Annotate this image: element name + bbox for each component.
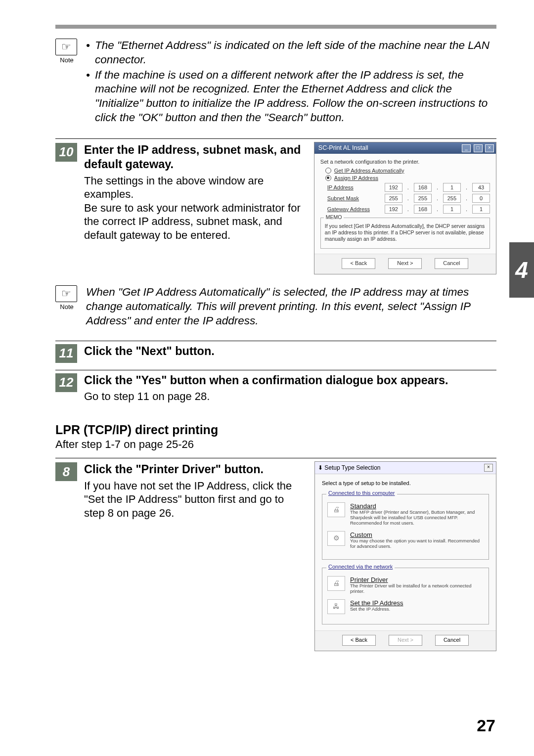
- step-text: The settings in the above window are exa…: [84, 174, 302, 201]
- step-text: Be sure to ask your network administrato…: [84, 201, 302, 242]
- ip-octet[interactable]: 1: [472, 205, 490, 214]
- maximize-icon[interactable]: □: [474, 144, 483, 152]
- dialog-title: ⬇ Setup Type Selection: [318, 464, 381, 471]
- group-connected-computer: Connected to this computer 🖨 StandardThe…: [322, 494, 489, 560]
- ip-config-dialog: SC-Print AL Install _ □ × Set a network …: [314, 142, 496, 274]
- step-title: Click the "Yes" button when a confirmati…: [84, 373, 496, 388]
- section-sub: After step 1-7 on page 25-26: [55, 438, 496, 451]
- ip-address-row: IP Address 192. 168. 1. 43: [327, 183, 490, 192]
- gear-icon: ⚙: [327, 531, 345, 546]
- minimize-icon[interactable]: _: [462, 144, 471, 152]
- ip-octet[interactable]: 43: [472, 183, 490, 192]
- subnet-mask-row: Subnet Mask 255. 255. 255. 0: [327, 194, 490, 203]
- note-icon: ☞ Note: [55, 39, 78, 64]
- option-custom[interactable]: ⚙ CustomYou may choose the option you wa…: [327, 531, 484, 549]
- cancel-button[interactable]: Cancel: [435, 635, 469, 646]
- step-title: Click the "Next" button.: [84, 344, 496, 358]
- group-connected-network: Connected via the network 🖨 Printer Driv…: [322, 568, 489, 624]
- close-icon[interactable]: ×: [485, 144, 494, 152]
- note-label: Note: [55, 56, 78, 64]
- note-block-mid: ☞ Note When "Get IP Address Automaticall…: [55, 285, 496, 328]
- ip-octet[interactable]: 168: [414, 205, 432, 214]
- step-8: 8 Click the "Printer Driver" button. If …: [55, 462, 303, 520]
- back-button[interactable]: < Back: [342, 258, 375, 269]
- ip-octet[interactable]: 1: [443, 183, 461, 192]
- printer-icon: 🖨: [327, 576, 345, 591]
- memo-box: MEMO If you select [Get IP Address Autom…: [320, 218, 490, 249]
- divider: [55, 370, 496, 370]
- step-number: 12: [55, 373, 77, 392]
- note-text: When "Get IP Address Automatically" is s…: [86, 286, 470, 327]
- gateway-row: Gateway Address 192. 168. 1. 1: [327, 205, 490, 214]
- step-10: 10 Enter the IP address, subnet mask, an…: [55, 143, 302, 242]
- close-icon[interactable]: ×: [484, 464, 493, 472]
- step-text: Go to step 11 on page 28.: [84, 390, 496, 403]
- note-icon: ☞ Note: [55, 285, 78, 311]
- ip-octet[interactable]: 255: [385, 194, 402, 203]
- back-button[interactable]: < Back: [342, 635, 376, 646]
- page-number: 27: [477, 716, 495, 735]
- step-text: If you have not set the IP Address, clic…: [84, 479, 303, 520]
- ip-octet[interactable]: 1: [443, 205, 461, 214]
- radio-get-auto[interactable]: Get IP Address Automatically: [325, 168, 490, 174]
- dialog-instruction: Select a type of setup to be installed.: [322, 480, 489, 486]
- option-printer-driver[interactable]: 🖨 Printer DriverThe Printer Driver will …: [327, 576, 484, 594]
- next-button: Next >: [389, 635, 422, 646]
- divider: [55, 138, 496, 139]
- header-rule: [55, 25, 496, 29]
- ip-octet[interactable]: 192: [385, 183, 402, 192]
- printer-icon: 🖨: [327, 502, 345, 517]
- radio-assign-ip[interactable]: Assign IP Address: [325, 175, 490, 181]
- note-bullet: The "Ethernet Address" is indicated on t…: [95, 39, 496, 67]
- step-12: 12 Click the "Yes" button when a confirm…: [55, 373, 496, 403]
- ip-octet[interactable]: 255: [414, 194, 432, 203]
- step-number: 11: [55, 344, 77, 363]
- step-11: 11 Click the "Next" button.: [55, 344, 496, 363]
- hand-point-icon: ☞: [61, 287, 71, 300]
- option-set-ip[interactable]: 🖧 Set the IP AddressSet the IP Address.: [327, 599, 484, 614]
- hand-point-icon: ☞: [61, 41, 71, 53]
- setup-type-dialog: ⬇ Setup Type Selection × Select a type o…: [314, 461, 496, 651]
- ip-octet[interactable]: 192: [385, 205, 402, 214]
- chapter-thumb-tab: 4: [509, 242, 534, 298]
- dialog-title: SC-Print AL Install: [318, 144, 368, 151]
- option-standard[interactable]: 🖨 StandardThe MFP driver (Printer and Sc…: [327, 502, 484, 526]
- ip-octet[interactable]: 168: [414, 183, 432, 192]
- cancel-button[interactable]: Cancel: [435, 258, 468, 269]
- section-heading: LPR (TCP/IP) direct printing: [55, 423, 496, 437]
- step-number: 8: [55, 462, 77, 481]
- divider: [55, 458, 496, 458]
- step-title: Click the "Printer Driver" button.: [84, 462, 303, 477]
- note-bullet: If the machine is used on a different ne…: [95, 68, 496, 125]
- divider: [55, 341, 496, 341]
- next-button[interactable]: Next >: [388, 258, 422, 269]
- note-block-top: ☞ Note •The "Ethernet Address" is indica…: [55, 39, 496, 126]
- step-number: 10: [55, 143, 77, 162]
- dialog-instruction: Set a network configuration to the print…: [320, 159, 490, 165]
- window-controls: _ □ ×: [461, 144, 494, 152]
- note-label: Note: [55, 303, 78, 311]
- network-icon: 🖧: [327, 599, 345, 614]
- ip-octet[interactable]: 0: [472, 194, 490, 203]
- ip-octet[interactable]: 255: [443, 194, 461, 203]
- step-title: Enter the IP address, subnet mask, and d…: [84, 143, 302, 172]
